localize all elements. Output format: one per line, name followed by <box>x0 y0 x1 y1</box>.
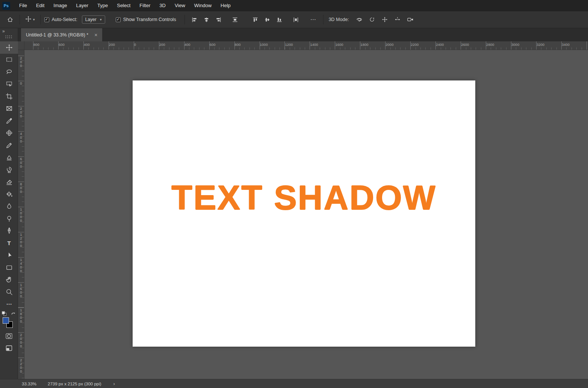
chevron-down-icon: ▾ <box>33 18 35 21</box>
canvas-area[interactable]: TEXT SHADOW <box>24 50 588 379</box>
crop-tool[interactable] <box>0 90 18 103</box>
tab-close-icon[interactable]: × <box>94 32 97 38</box>
vertical-ruler[interactable]: 2 0 002 0 04 0 06 0 08 0 01 0 0 01 2 0 0… <box>18 50 24 379</box>
zoom-level-field[interactable]: 33.33% <box>22 382 36 386</box>
auto-select-label: Auto-Select: <box>52 17 77 22</box>
edit-toolbar[interactable]: ⋯ <box>0 298 18 311</box>
align-icon-group <box>189 15 302 24</box>
hand-tool[interactable] <box>0 274 18 286</box>
pen-tool[interactable] <box>0 225 18 237</box>
menu-item-view[interactable]: View <box>170 0 190 11</box>
roll-3d-icon[interactable] <box>367 15 377 24</box>
ruler-label: 2 2 0 0 <box>19 358 23 373</box>
ruler-label: 1400 <box>310 42 318 47</box>
collapse-toolbar-icon[interactable]: » <box>2 29 5 34</box>
menu-bar: Ps FileEditImageLayerTypeSelectFilter3DV… <box>0 0 588 11</box>
menu-item-file[interactable]: File <box>15 0 32 11</box>
align-vertical-centers-icon[interactable] <box>263 15 272 24</box>
menu-item-filter[interactable]: Filter <box>135 0 155 11</box>
rectangular-marquee-tool[interactable] <box>0 54 18 66</box>
document-info[interactable]: 2739 px x 2125 px (300 ppi) <box>48 382 101 386</box>
more-options-button[interactable]: ⋯ <box>307 16 319 23</box>
ruler-label: 1 2 0 0 <box>19 233 23 248</box>
ruler-label: 2 0 0 <box>19 56 23 68</box>
show-transform-label: Show Transform Controls <box>123 17 176 22</box>
mode-icon-group <box>353 15 417 24</box>
screen-mode-button[interactable] <box>0 343 18 355</box>
path-selection-tool[interactable] <box>0 249 18 262</box>
align-bottom-edges-icon[interactable] <box>275 15 284 24</box>
ruler-label: 3400 <box>562 42 570 47</box>
type-tool[interactable]: T <box>0 237 18 249</box>
quick-mask-icon <box>5 332 13 341</box>
status-expand-icon[interactable]: › <box>113 381 115 386</box>
menu-item-layer[interactable]: Layer <box>72 0 93 11</box>
status-bar: 33.33% 2739 px x 2125 px (300 ppi) › <box>0 379 588 388</box>
zoom-tool[interactable] <box>0 286 18 298</box>
orbit-3d-icon[interactable] <box>354 15 364 24</box>
photoshop-logo-icon: Ps <box>2 2 10 10</box>
swap-colors-icon[interactable] <box>11 311 16 317</box>
paint-bucket-tool[interactable] <box>0 188 18 200</box>
menu-item-window[interactable]: Window <box>190 0 216 11</box>
document-canvas[interactable]: TEXT SHADOW <box>133 80 475 347</box>
ruler-label: 2400 <box>436 42 444 47</box>
menu-item-select[interactable]: Select <box>112 0 135 11</box>
menu-item-help[interactable]: Help <box>216 0 235 11</box>
toolbar-grip[interactable] <box>5 35 12 38</box>
screen-mode-icon <box>5 344 13 353</box>
clone-stamp-tool[interactable] <box>0 152 18 164</box>
ruler-corner[interactable] <box>18 41 24 50</box>
show-transform-checkbox[interactable]: ✓ <box>116 17 121 22</box>
ruler-label: 800 <box>33 42 39 47</box>
drag-3d-icon[interactable] <box>380 15 390 24</box>
ruler-label: 800 <box>235 42 241 47</box>
blur-tool[interactable] <box>0 200 18 213</box>
lasso-tool[interactable] <box>0 66 18 78</box>
align-top-edges-icon[interactable] <box>251 15 260 24</box>
eraser-tool[interactable] <box>0 176 18 188</box>
ruler-label: 400 <box>184 42 190 47</box>
slide-3d-icon[interactable] <box>393 15 402 24</box>
dodge-tool[interactable] <box>0 212 18 225</box>
tool-preset-picker[interactable]: ▾ <box>24 16 36 23</box>
menu-item-edit[interactable]: Edit <box>32 0 49 11</box>
color-mini-controls <box>0 310 18 317</box>
ruler-label: 3000 <box>511 42 519 47</box>
menu-item-type[interactable]: Type <box>93 0 112 11</box>
history-brush-tool[interactable] <box>0 164 18 176</box>
menu-item-3d[interactable]: 3D <box>155 0 170 11</box>
distribute-horizontal-icon[interactable] <box>231 15 240 24</box>
brush-tool[interactable] <box>0 139 18 152</box>
align-horizontal-centers-icon[interactable] <box>202 15 211 24</box>
align-right-edges-icon[interactable] <box>214 15 223 24</box>
align-left-edges-icon[interactable] <box>190 15 199 24</box>
ruler-label: 2600 <box>461 42 469 47</box>
ruler-label: 200 <box>159 42 165 47</box>
home-icon[interactable] <box>5 14 16 25</box>
move-tool-icon <box>25 16 32 23</box>
auto-select-target-dropdown[interactable]: Layer ▾ <box>82 15 105 24</box>
ruler-label: 200 <box>109 42 115 47</box>
canvas-text: TEXT SHADOW <box>133 180 475 215</box>
ruler-label: 1 8 0 0 <box>19 308 23 323</box>
photoshop-window: Ps FileEditImageLayerTypeSelectFilter3DV… <box>0 0 588 388</box>
rectangle-tool[interactable] <box>0 261 18 274</box>
ruler-label: 600 <box>210 42 216 47</box>
spot-healing-brush-tool[interactable] <box>0 127 18 139</box>
ruler-label: 0 <box>134 42 136 47</box>
foreground-color-swatch[interactable] <box>3 317 9 324</box>
document-tab[interactable]: Untitled-1 @ 33.3% (RGB/8) * × <box>21 28 102 41</box>
distribute-vertical-icon[interactable] <box>292 15 301 24</box>
camera-3d-icon[interactable] <box>405 15 415 24</box>
menu-item-image[interactable]: Image <box>49 0 71 11</box>
horizontal-ruler[interactable]: 8006004002000200400600800100012001400160… <box>24 41 588 50</box>
eyedropper-tool[interactable] <box>0 115 18 127</box>
frame-tool[interactable] <box>0 103 18 115</box>
quick-mask-button[interactable] <box>0 331 18 343</box>
default-colors-icon[interactable] <box>2 311 7 317</box>
object-selection-tool[interactable] <box>0 78 18 91</box>
move-tool[interactable] <box>0 41 18 54</box>
auto-select-checkbox[interactable]: ✓ <box>44 17 49 22</box>
ruler-label: 6 0 0 <box>19 157 23 168</box>
